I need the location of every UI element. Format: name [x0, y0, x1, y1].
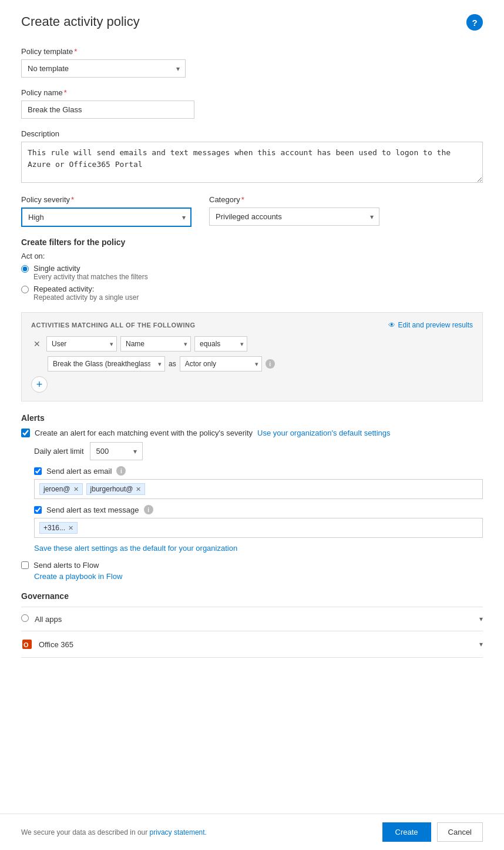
edit-preview-button[interactable]: 👁 Edit and preview results: [388, 321, 473, 329]
alerts-title: Alerts: [21, 413, 483, 423]
all-apps-label: All apps: [35, 615, 62, 624]
email-tag: jburgerhout@ ✕: [86, 483, 146, 495]
policy-name-label: Policy name*: [21, 88, 483, 97]
single-activity-radio[interactable]: [21, 265, 29, 273]
filters-title: Create filters for the policy: [21, 237, 483, 247]
category-label: Category*: [209, 195, 379, 204]
policy-template-select[interactable]: No template: [21, 59, 186, 78]
privacy-link[interactable]: privacy statement.: [150, 828, 207, 836]
remove-email-tag-2[interactable]: ✕: [136, 486, 141, 493]
office365-row[interactable]: O Office 365 ▾: [21, 631, 483, 658]
office365-icon: O: [21, 638, 33, 650]
severity-select[interactable]: Low Medium High: [21, 208, 191, 227]
create-playbook-link[interactable]: Create a playbook in Flow: [34, 572, 483, 581]
office365-label: Office 365: [39, 640, 73, 649]
daily-limit-label: Daily alert limit: [34, 447, 84, 456]
cancel-button[interactable]: Cancel: [437, 822, 483, 842]
create-alert-label: Create an alert for each matching event …: [35, 429, 253, 437]
all-apps-radio[interactable]: [21, 614, 29, 622]
send-email-checkbox[interactable]: [34, 467, 42, 475]
daily-limit-select[interactable]: 100 250 500 1000 Unlimited: [90, 442, 143, 460]
repeated-activity-radio[interactable]: [21, 286, 29, 293]
actor-info-icon[interactable]: i: [266, 359, 275, 369]
act-on-label: Act on:: [21, 252, 483, 260]
send-text-label: Send alert as text message: [46, 506, 139, 514]
as-label: as: [169, 360, 176, 368]
remove-email-tag-1[interactable]: ✕: [73, 486, 79, 493]
repeated-activity-label: Repeated activity:: [33, 285, 139, 293]
filter-actor-select[interactable]: Actor only: [180, 356, 262, 372]
category-select[interactable]: Privileged accounts Threat detection Dis…: [209, 208, 379, 226]
svg-text:O: O: [23, 641, 29, 648]
policy-name-input[interactable]: [21, 101, 194, 119]
filter-operator-select[interactable]: equals: [194, 336, 247, 352]
send-flow-checkbox[interactable]: [21, 561, 29, 569]
send-flow-label: Send alerts to Flow: [33, 561, 99, 570]
filter-condition-select[interactable]: Name: [120, 336, 191, 352]
phone-tags-input[interactable]: +316... ✕: [34, 518, 483, 538]
governance-title: Governance: [21, 591, 483, 601]
severity-label: Policy severity*: [21, 195, 191, 204]
create-button[interactable]: Create: [382, 822, 431, 842]
phone-tag: +316... ✕: [39, 522, 78, 534]
eye-icon: 👁: [388, 321, 395, 329]
activities-box-title: ACTIVITIES MATCHING ALL OF THE FOLLOWING: [31, 322, 196, 329]
remove-phone-tag[interactable]: ✕: [68, 524, 73, 532]
send-email-label: Send alert as email: [46, 467, 112, 476]
email-info-icon[interactable]: i: [116, 466, 126, 476]
filter-field-select[interactable]: User: [46, 336, 117, 352]
policy-template-label: Policy template*: [21, 47, 483, 56]
save-default-link[interactable]: Save these alert settings as the default…: [34, 544, 483, 553]
single-activity-sub: Every activity that matches the filters: [33, 273, 148, 281]
office365-chevron: ▾: [479, 640, 483, 648]
description-textarea[interactable]: This rule will send emails and text mess…: [21, 142, 483, 183]
email-tags-input[interactable]: jeroen@ ✕ jburgerhout@ ✕: [34, 479, 483, 499]
description-label: Description: [21, 129, 483, 138]
email-tag: jeroen@ ✕: [39, 483, 83, 495]
help-icon[interactable]: ?: [466, 14, 483, 31]
footer: We secure your data as described in our …: [0, 814, 504, 850]
send-text-checkbox[interactable]: [34, 506, 42, 514]
text-info-icon[interactable]: i: [144, 505, 153, 514]
use-default-link[interactable]: Use your organization's default settings: [257, 429, 391, 437]
filter-account-select[interactable]: Break the Glass (breaktheglass@t...: [48, 356, 165, 372]
footer-privacy: We secure your data as described in our …: [21, 828, 207, 836]
single-activity-label: Single activity: [33, 264, 148, 273]
all-apps-row[interactable]: All apps ▾: [21, 607, 483, 631]
repeated-activity-sub: Repeated activity by a single user: [33, 293, 139, 302]
create-alert-checkbox[interactable]: [21, 429, 30, 437]
page-title: Create activity policy: [21, 14, 140, 29]
remove-filter-button[interactable]: ✕: [31, 339, 43, 349]
add-filter-button[interactable]: +: [31, 376, 48, 393]
all-apps-chevron: ▾: [479, 615, 483, 623]
